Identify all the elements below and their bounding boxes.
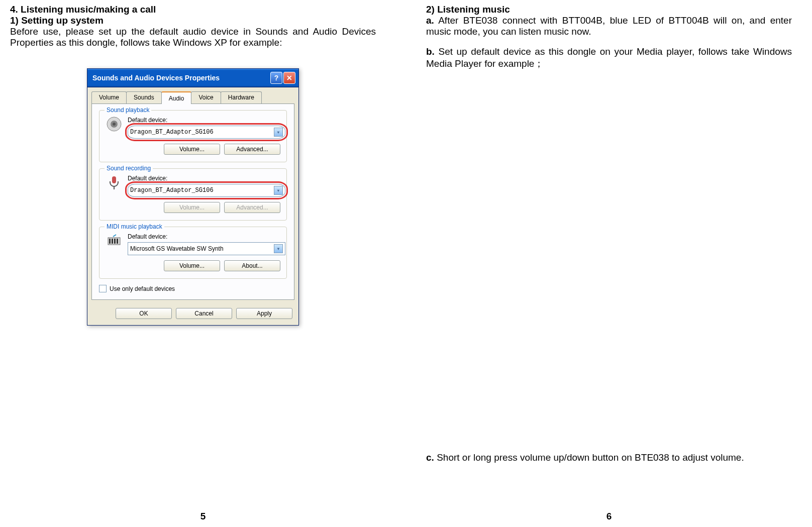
tab-volume[interactable]: Volume bbox=[91, 91, 127, 103]
label-c: c. bbox=[426, 452, 434, 463]
tab-strip: Volume Sounds Audio Voice Hardware bbox=[87, 87, 298, 103]
microphone-icon bbox=[106, 174, 123, 191]
heading-1-setup: 1) Setting up system bbox=[10, 15, 376, 26]
tab-voice[interactable]: Voice bbox=[191, 91, 221, 103]
page-number-5: 5 bbox=[200, 511, 206, 522]
group-sound-recording: Sound recording Default device: Dragon_B… bbox=[99, 168, 287, 221]
label-playback-device: Default device: bbox=[128, 117, 280, 124]
use-only-default-row[interactable]: Use only default devices bbox=[99, 285, 287, 292]
svg-rect-7 bbox=[112, 239, 113, 244]
svg-rect-3 bbox=[112, 176, 116, 183]
group-sound-playback: Sound playback Default device: Dragon_BT… bbox=[99, 110, 287, 162]
speaker-icon bbox=[106, 116, 123, 133]
apply-button[interactable]: Apply bbox=[236, 308, 292, 319]
close-button[interactable]: ✕ bbox=[283, 72, 295, 84]
setup-paragraph: Before use, please set up the default au… bbox=[10, 26, 376, 48]
dropdown-playback[interactable]: Dragon_BT_Adaptor_SG106 ▼ bbox=[128, 126, 285, 139]
dropdown-recording-value: Dragon_BT_Adaptor_SG106 bbox=[130, 187, 214, 194]
tab-panel-audio: Sound playback Default device: Dragon_BT… bbox=[91, 103, 294, 300]
tab-hardware[interactable]: Hardware bbox=[221, 91, 262, 103]
page-number-6: 6 bbox=[606, 511, 612, 522]
midi-about-button[interactable]: About... bbox=[224, 260, 280, 271]
svg-rect-8 bbox=[114, 239, 116, 244]
svg-point-2 bbox=[113, 123, 116, 126]
playback-advanced-button[interactable]: Advanced... bbox=[224, 144, 280, 155]
checkbox-icon[interactable] bbox=[99, 285, 107, 292]
svg-rect-9 bbox=[117, 239, 118, 244]
group-midi-playback: MIDI music playback Default device: Micr… bbox=[99, 227, 287, 279]
sounds-dialog: Sounds and Audio Devices Properties ? ✕ … bbox=[87, 68, 299, 326]
midi-icon bbox=[106, 232, 123, 249]
legend-midi: MIDI music playback bbox=[105, 223, 164, 230]
page-5: 4. Listening music/making a call 1) Sett… bbox=[0, 0, 406, 527]
label-recording-device: Default device: bbox=[128, 175, 280, 182]
heading-4: 4. Listening music/making a call bbox=[10, 4, 376, 15]
recording-volume-button[interactable]: Volume... bbox=[164, 202, 220, 213]
dialog-title: Sounds and Audio Devices Properties bbox=[92, 74, 269, 82]
chevron-down-icon: ▼ bbox=[274, 128, 283, 137]
dropdown-midi[interactable]: Microsoft GS Wavetable SW Synth ▼ bbox=[128, 242, 285, 255]
midi-volume-button[interactable]: Volume... bbox=[164, 260, 220, 271]
text-c: Short or long press volume up/down butto… bbox=[434, 452, 744, 463]
text-a: After BTE038 connect with BTT004B, blue … bbox=[426, 15, 792, 37]
checkbox-label: Use only default devices bbox=[110, 285, 175, 292]
page-6: 2) Listening music a. After BTE038 conne… bbox=[406, 0, 812, 527]
para-c: c. Short or long press volume up/down bu… bbox=[426, 452, 792, 463]
text-b: Set up default device as this dongle on … bbox=[426, 46, 792, 69]
svg-rect-6 bbox=[109, 239, 111, 244]
playback-volume-button[interactable]: Volume... bbox=[164, 144, 220, 155]
heading-2-listening: 2) Listening music bbox=[426, 4, 792, 15]
dropdown-playback-value: Dragon_BT_Adaptor_SG106 bbox=[130, 129, 214, 136]
para-a: a. After BTE038 connect with BTT004B, bl… bbox=[426, 15, 792, 37]
legend-recording: Sound recording bbox=[105, 165, 153, 172]
dropdown-recording[interactable]: Dragon_BT_Adaptor_SG106 ▼ bbox=[128, 184, 285, 197]
para-b: b. Set up default device as this dongle … bbox=[426, 46, 792, 70]
dropdown-midi-value: Microsoft GS Wavetable SW Synth bbox=[130, 245, 224, 252]
label-midi-device: Default device: bbox=[128, 233, 280, 240]
chevron-down-icon: ▼ bbox=[274, 186, 283, 195]
tab-audio[interactable]: Audio bbox=[161, 91, 192, 104]
chevron-down-icon: ▼ bbox=[274, 244, 283, 253]
legend-playback: Sound playback bbox=[105, 107, 151, 114]
help-button[interactable]: ? bbox=[270, 72, 282, 84]
ok-button[interactable]: OK bbox=[116, 308, 172, 319]
dialog-titlebar: Sounds and Audio Devices Properties ? ✕ bbox=[87, 69, 298, 87]
label-a: a. bbox=[426, 15, 434, 26]
label-b: b. bbox=[426, 46, 435, 57]
recording-advanced-button[interactable]: Advanced... bbox=[224, 202, 280, 213]
dialog-button-row: OK Cancel Apply bbox=[87, 304, 298, 325]
tab-sounds[interactable]: Sounds bbox=[126, 91, 162, 103]
cancel-button[interactable]: Cancel bbox=[176, 308, 232, 319]
